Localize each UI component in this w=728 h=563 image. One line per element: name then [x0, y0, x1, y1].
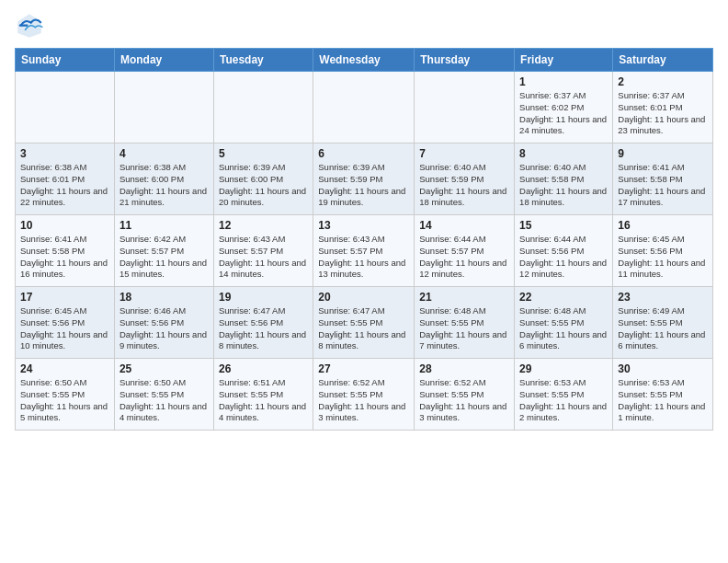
day-info: Sunrise: 6:50 AM Sunset: 5:55 PM Dayligh…	[119, 377, 209, 424]
day-number: 11	[119, 219, 209, 232]
day-info: Sunrise: 6:48 AM Sunset: 5:55 PM Dayligh…	[419, 305, 509, 352]
day-number: 6	[318, 147, 409, 160]
calendar-cell: 11Sunrise: 6:42 AM Sunset: 5:57 PM Dayli…	[114, 215, 213, 287]
week-row-3: 17Sunrise: 6:45 AM Sunset: 5:56 PM Dayli…	[16, 287, 713, 359]
header	[15, 11, 713, 40]
day-info: Sunrise: 6:46 AM Sunset: 5:56 PM Dayligh…	[119, 305, 209, 352]
weekday-header-friday: Friday	[515, 49, 613, 72]
day-number: 13	[318, 219, 409, 232]
day-number: 12	[219, 219, 308, 232]
day-info: Sunrise: 6:47 AM Sunset: 5:56 PM Dayligh…	[219, 305, 308, 352]
day-info: Sunrise: 6:45 AM Sunset: 5:56 PM Dayligh…	[618, 234, 708, 281]
day-number: 16	[618, 219, 708, 232]
day-info: Sunrise: 6:50 AM Sunset: 5:55 PM Dayligh…	[20, 377, 109, 424]
weekday-header-tuesday: Tuesday	[213, 49, 313, 72]
day-number: 19	[219, 291, 308, 304]
calendar-cell: 3Sunrise: 6:38 AM Sunset: 6:01 PM Daylig…	[16, 144, 115, 215]
calendar-cell: 28Sunrise: 6:52 AM Sunset: 5:55 PM Dayli…	[415, 359, 515, 431]
calendar-cell	[415, 72, 515, 144]
day-number: 30	[618, 362, 708, 375]
day-info: Sunrise: 6:52 AM Sunset: 5:55 PM Dayligh…	[419, 377, 509, 424]
day-number: 1	[519, 75, 608, 88]
day-info: Sunrise: 6:41 AM Sunset: 5:58 PM Dayligh…	[20, 234, 109, 281]
day-number: 18	[119, 291, 209, 304]
calendar-cell: 5Sunrise: 6:39 AM Sunset: 6:00 PM Daylig…	[213, 144, 313, 215]
calendar-cell: 16Sunrise: 6:45 AM Sunset: 5:56 PM Dayli…	[613, 215, 713, 287]
weekday-header-row: SundayMondayTuesdayWednesdayThursdayFrid…	[16, 49, 713, 72]
day-number: 15	[519, 219, 608, 232]
calendar-cell: 4Sunrise: 6:38 AM Sunset: 6:00 PM Daylig…	[114, 144, 213, 215]
calendar-cell: 18Sunrise: 6:46 AM Sunset: 5:56 PM Dayli…	[114, 287, 213, 359]
day-number: 23	[618, 291, 708, 304]
svg-rect-1	[19, 24, 28, 26]
day-number: 28	[419, 362, 509, 375]
calendar-cell: 30Sunrise: 6:53 AM Sunset: 5:55 PM Dayli…	[613, 359, 713, 431]
calendar-cell: 20Sunrise: 6:47 AM Sunset: 5:55 PM Dayli…	[313, 287, 415, 359]
calendar-cell: 10Sunrise: 6:41 AM Sunset: 5:58 PM Dayli…	[16, 215, 115, 287]
day-info: Sunrise: 6:43 AM Sunset: 5:57 PM Dayligh…	[219, 234, 308, 281]
calendar-cell: 26Sunrise: 6:51 AM Sunset: 5:55 PM Dayli…	[213, 359, 313, 431]
weekday-header-sunday: Sunday	[16, 49, 115, 72]
day-info: Sunrise: 6:37 AM Sunset: 6:01 PM Dayligh…	[618, 90, 708, 137]
week-row-0: 1Sunrise: 6:37 AM Sunset: 6:02 PM Daylig…	[16, 72, 713, 144]
calendar-cell: 27Sunrise: 6:52 AM Sunset: 5:55 PM Dayli…	[313, 359, 415, 431]
calendar-cell: 14Sunrise: 6:44 AM Sunset: 5:57 PM Dayli…	[415, 215, 515, 287]
calendar: SundayMondayTuesdayWednesdayThursdayFrid…	[15, 48, 713, 431]
calendar-cell: 25Sunrise: 6:50 AM Sunset: 5:55 PM Dayli…	[114, 359, 213, 431]
day-number: 20	[318, 291, 409, 304]
calendar-cell: 13Sunrise: 6:43 AM Sunset: 5:57 PM Dayli…	[313, 215, 415, 287]
calendar-cell: 9Sunrise: 6:41 AM Sunset: 5:58 PM Daylig…	[613, 144, 713, 215]
day-number: 24	[20, 362, 109, 375]
day-number: 26	[219, 362, 308, 375]
day-number: 3	[20, 147, 109, 160]
day-info: Sunrise: 6:37 AM Sunset: 6:02 PM Dayligh…	[519, 90, 608, 137]
day-info: Sunrise: 6:40 AM Sunset: 5:58 PM Dayligh…	[519, 162, 608, 209]
calendar-cell: 24Sunrise: 6:50 AM Sunset: 5:55 PM Dayli…	[16, 359, 115, 431]
day-info: Sunrise: 6:39 AM Sunset: 6:00 PM Dayligh…	[219, 162, 308, 209]
day-info: Sunrise: 6:44 AM Sunset: 5:57 PM Dayligh…	[419, 234, 509, 281]
week-row-4: 24Sunrise: 6:50 AM Sunset: 5:55 PM Dayli…	[16, 359, 713, 431]
day-number: 14	[419, 219, 509, 232]
weekday-header-thursday: Thursday	[415, 49, 515, 72]
day-info: Sunrise: 6:53 AM Sunset: 5:55 PM Dayligh…	[519, 377, 608, 424]
day-info: Sunrise: 6:52 AM Sunset: 5:55 PM Dayligh…	[318, 377, 409, 424]
weekday-header-wednesday: Wednesday	[313, 49, 415, 72]
calendar-cell: 15Sunrise: 6:44 AM Sunset: 5:56 PM Dayli…	[515, 215, 613, 287]
day-info: Sunrise: 6:51 AM Sunset: 5:55 PM Dayligh…	[219, 377, 308, 424]
week-row-2: 10Sunrise: 6:41 AM Sunset: 5:58 PM Dayli…	[16, 215, 713, 287]
calendar-cell: 2Sunrise: 6:37 AM Sunset: 6:01 PM Daylig…	[613, 72, 713, 144]
day-info: Sunrise: 6:45 AM Sunset: 5:56 PM Dayligh…	[20, 305, 109, 352]
day-number: 25	[119, 362, 209, 375]
day-number: 29	[519, 362, 608, 375]
calendar-cell	[114, 72, 213, 144]
day-number: 27	[318, 362, 409, 375]
day-info: Sunrise: 6:40 AM Sunset: 5:59 PM Dayligh…	[419, 162, 509, 209]
day-info: Sunrise: 6:38 AM Sunset: 6:01 PM Dayligh…	[20, 162, 109, 209]
day-number: 10	[20, 219, 109, 232]
day-info: Sunrise: 6:44 AM Sunset: 5:56 PM Dayligh…	[519, 234, 608, 281]
calendar-cell: 21Sunrise: 6:48 AM Sunset: 5:55 PM Dayli…	[415, 287, 515, 359]
calendar-cell: 23Sunrise: 6:49 AM Sunset: 5:55 PM Dayli…	[613, 287, 713, 359]
day-number: 8	[519, 147, 608, 160]
day-info: Sunrise: 6:49 AM Sunset: 5:55 PM Dayligh…	[618, 305, 708, 352]
day-number: 9	[618, 147, 708, 160]
day-info: Sunrise: 6:53 AM Sunset: 5:55 PM Dayligh…	[618, 377, 708, 424]
day-number: 7	[419, 147, 509, 160]
calendar-cell: 19Sunrise: 6:47 AM Sunset: 5:56 PM Dayli…	[213, 287, 313, 359]
day-number: 21	[419, 291, 509, 304]
day-number: 2	[618, 75, 708, 88]
calendar-cell	[313, 72, 415, 144]
day-info: Sunrise: 6:38 AM Sunset: 6:00 PM Dayligh…	[119, 162, 209, 209]
day-number: 22	[519, 291, 608, 304]
calendar-cell: 22Sunrise: 6:48 AM Sunset: 5:55 PM Dayli…	[515, 287, 613, 359]
day-number: 4	[119, 147, 209, 160]
day-number: 17	[20, 291, 109, 304]
calendar-cell	[16, 72, 115, 144]
calendar-cell: 7Sunrise: 6:40 AM Sunset: 5:59 PM Daylig…	[415, 144, 515, 215]
calendar-cell: 6Sunrise: 6:39 AM Sunset: 5:59 PM Daylig…	[313, 144, 415, 215]
day-info: Sunrise: 6:39 AM Sunset: 5:59 PM Dayligh…	[318, 162, 409, 209]
logo-icon	[15, 11, 44, 40]
day-info: Sunrise: 6:48 AM Sunset: 5:55 PM Dayligh…	[519, 305, 608, 352]
calendar-cell	[213, 72, 313, 144]
day-info: Sunrise: 6:42 AM Sunset: 5:57 PM Dayligh…	[119, 234, 209, 281]
